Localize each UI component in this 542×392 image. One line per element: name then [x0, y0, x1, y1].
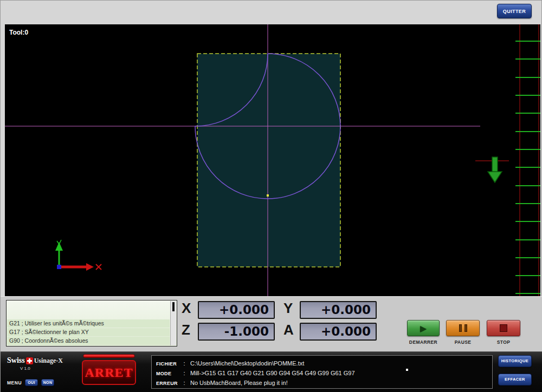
stop-button[interactable]: [487, 320, 520, 336]
toolpath-drawing: [5, 24, 540, 296]
axis-label-y: Y: [283, 300, 293, 317]
oui-button[interactable]: OUI: [25, 379, 38, 386]
axis-label-x: X: [182, 300, 191, 317]
fichier-row: FICHIER : C:\Users\Michel\Desktop\dodin\…: [156, 358, 488, 368]
mode-value: Mill->G15 G1 G17 G40 G21 G90 G94 G54 G49…: [190, 370, 355, 376]
erreur-value: No UsbMachBoard, Please plug it in!: [190, 380, 288, 386]
z-position-arrow-icon: [475, 157, 509, 182]
gcode-scrollbar-thumb[interactable]: [172, 302, 175, 311]
mode-row: MODE : Mill->G15 G1 G17 G40 G21 G90 G94 …: [156, 368, 488, 377]
tool-label: Tool:0: [9, 29, 28, 36]
axis-origin-icon: [55, 240, 101, 271]
stop-label: STOP: [487, 339, 520, 345]
play-icon: ▶: [420, 324, 427, 332]
pause-icon: [459, 324, 462, 332]
arret-indicator-bar: [83, 354, 135, 358]
work-area-limit: [197, 54, 340, 267]
dro-display-z: -1.000: [198, 323, 275, 341]
erreur-sep: :: [183, 380, 185, 386]
pause-label: PAUSE: [446, 339, 480, 345]
demarrer-button[interactable]: ▶: [407, 320, 440, 336]
dro-display-a: +0.000: [300, 323, 377, 341]
version-label: V 1.0: [20, 366, 30, 371]
app-window: QUITTER Tool:0: [0, 0, 542, 392]
app-logo: Swiss Usinage-X: [7, 356, 63, 365]
gcode-line[interactable]: G17 ; SÃ©lectionner le plan XY: [7, 328, 170, 336]
menu-label: MENU: [7, 380, 22, 386]
mode-sep: :: [183, 370, 185, 376]
pause-icon: [464, 324, 467, 332]
z-ruler: [515, 24, 540, 296]
non-button[interactable]: NON: [41, 379, 54, 386]
erreur-row: ERREUR : No UsbMachBoard, Please plug it…: [156, 377, 488, 387]
gcode-listbox[interactable]: G21 ; Utiliser les unitÃ©s mÃ©triques G1…: [6, 300, 177, 347]
dro-display-y: +0.000: [300, 301, 377, 319]
fichier-sep: :: [183, 360, 185, 367]
menu-row: MENU OUI NON: [7, 379, 54, 386]
gcode-rows: G21 ; Utiliser les unitÃ©s mÃ©triques G1…: [7, 319, 170, 345]
gcode-line[interactable]: G21 ; Utiliser les unitÃ©s mÃ©triques: [7, 319, 170, 328]
swiss-cross-icon: [26, 357, 33, 364]
gcode-scrollbar[interactable]: [170, 301, 176, 345]
top-bar: QUITTER: [1, 1, 542, 23]
historique-button[interactable]: HISTORIQUE: [498, 355, 532, 367]
arret-button[interactable]: ARRET: [82, 360, 136, 385]
fichier-value: C:\Users\Michel\Desktop\dodin\POMME.txt: [190, 360, 304, 367]
control-panel: G21 ; Utiliser les unitÃ©s mÃ©triques G1…: [1, 296, 542, 351]
text-cursor: [406, 369, 408, 371]
brand-usinagex: Usinage-X: [34, 357, 63, 365]
dro-display-x: +0.000: [198, 301, 275, 319]
effacer-button[interactable]: EFFACER: [498, 374, 532, 386]
erreur-label: ERREUR: [156, 378, 181, 387]
stop-icon: [500, 324, 507, 332]
axis-label-z: Z: [182, 322, 190, 338]
toolpath-viewport[interactable]: Tool:0: [5, 24, 540, 296]
axis-label-a: A: [283, 322, 294, 338]
tool-position-marker: [267, 194, 269, 197]
quitter-button[interactable]: QUITTER: [497, 4, 532, 18]
status-info-panel: FICHIER : C:\Users\Michel\Desktop\dodin\…: [151, 355, 493, 389]
fichier-label: FICHIER: [156, 359, 181, 368]
gcode-line[interactable]: G90 ; CoordonnÃ©es absolues: [7, 337, 170, 345]
pause-button[interactable]: [446, 320, 480, 336]
brand-swiss: Swiss: [7, 356, 25, 365]
status-bar: Swiss Usinage-X V 1.0 MENU OUI NON ARRET…: [1, 351, 542, 392]
demarrer-label: DEMARRER: [404, 339, 443, 345]
mode-label: MODE: [156, 369, 181, 377]
